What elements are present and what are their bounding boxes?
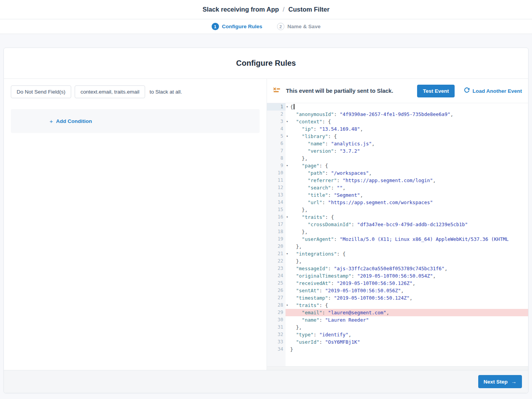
editor-line[interactable]: 8 }, [267, 155, 528, 162]
editor-line[interactable]: 32 "type": "identify", [267, 331, 528, 338]
editor-line[interactable]: 24 "originalTimestamp": "2019-05-10T00:5… [267, 272, 528, 280]
editor-line[interactable]: 7 "version": "3.7.2" [267, 147, 528, 155]
editor-line-content[interactable]: "name": "Lauren Reeder" [286, 316, 528, 324]
editor-line-content[interactable]: }, [286, 155, 528, 162]
editor-line-content[interactable]: "traits": { [286, 302, 528, 309]
editor-line-content[interactable]: }, [286, 206, 528, 213]
editor-line[interactable]: 34} [267, 346, 528, 353]
editor-line[interactable]: 16▾ "traits": { [267, 213, 528, 221]
editor-line[interactable]: 25 "receivedAt": "2019-05-10T00:56:50.12… [267, 280, 528, 287]
line-number: 6 [267, 140, 286, 147]
editor-line-content[interactable]: "receivedAt": "2019-05-10T00:56:50.126Z"… [286, 280, 528, 287]
editor-line-content[interactable]: "type": "identify", [286, 331, 528, 338]
editor-line-content[interactable]: "integrations": { [286, 250, 528, 257]
editor-line-content[interactable]: "path": "/workspaces", [286, 169, 528, 177]
editor-line[interactable]: 5▾ "library": { [267, 133, 528, 140]
horizontal-scrollbar[interactable] [267, 366, 528, 370]
editor-line-content[interactable]: "name": "analytics.js", [286, 140, 528, 147]
add-condition-button[interactable]: + Add Condition [50, 118, 92, 124]
editor-line-content[interactable]: "userAgent": "Mozilla/5.0 (X11; Linux x8… [286, 235, 528, 243]
editor-line-content[interactable]: "originalTimestamp": "2019-05-10T00:56:5… [286, 272, 528, 280]
editor-line[interactable]: 11 "referrer": "https://app.segment.com/… [267, 177, 528, 184]
editor-empty-area[interactable] [267, 353, 528, 366]
editor-line-content[interactable]: "crossDomainId": "df3a47ee-bcc9-479d-add… [286, 221, 528, 228]
editor-line-content[interactable]: "title": "Segment", [286, 191, 528, 199]
editor-line[interactable]: 13 "title": "Segment", [267, 191, 528, 199]
rule-fields-selector[interactable]: context.email, traits.email [75, 85, 145, 98]
editor-line[interactable]: 31 }, [267, 324, 528, 331]
editor-line-content[interactable]: "url": "https://app.segment.com/workspac… [286, 199, 528, 206]
step-2-label: Name & Save [287, 24, 321, 29]
step-name-and-save[interactable]: 2 Name & Save [277, 23, 321, 30]
load-another-event-label: Load Another Event [472, 88, 522, 94]
editor-line-content[interactable]: }, [286, 257, 528, 265]
editor-line[interactable]: 29 "email": "lauren@segment.com", [267, 309, 528, 316]
editor-line[interactable]: 20 }, [267, 243, 528, 250]
editor-line-content[interactable]: "referrer": "https://app.segment.com/log… [286, 177, 528, 184]
line-number: 34 [267, 346, 286, 353]
editor-line-content[interactable]: "context": { [286, 118, 528, 125]
editor-line-content[interactable]: "timestamp": "2019-05-10T00:56:50.124Z", [286, 294, 528, 302]
editor-line[interactable]: 17 "crossDomainId": "df3a47ee-bcc9-479d-… [267, 221, 528, 228]
editor-line-content[interactable]: } [286, 346, 528, 353]
editor-line-content[interactable]: "traits": { [286, 213, 528, 221]
editor-line[interactable]: 27 "timestamp": "2019-05-10T00:56:50.124… [267, 294, 528, 302]
filtered-field-line[interactable]: "email": "lauren@segment.com", [286, 309, 528, 316]
editor-line-content[interactable]: "page": { [286, 162, 528, 169]
fold-arrow-icon[interactable]: ▾ [286, 250, 288, 257]
load-another-event-button[interactable]: Load Another Event [464, 87, 522, 94]
editor-line-content[interactable]: { [286, 103, 528, 111]
editor-line[interactable]: 19 "userAgent": "Mozilla/5.0 (X11; Linux… [267, 235, 528, 243]
rule-row: Do Not Send Field(s) context.email, trai… [11, 85, 260, 98]
text-cursor [294, 104, 294, 109]
line-number: 2 [267, 111, 286, 118]
line-number: 14 [267, 199, 286, 206]
line-number: 17 [267, 221, 286, 228]
editor-line-content[interactable]: }, [286, 243, 528, 250]
editor-line[interactable]: 22 }, [267, 257, 528, 265]
line-number: 15 [267, 206, 286, 213]
fold-arrow-icon[interactable]: ▾ [286, 118, 288, 125]
fold-arrow-icon[interactable]: ▾ [286, 213, 288, 221]
editor-line[interactable]: 33 "userId": "OsY6MFBj1K" [267, 338, 528, 346]
card-footer: Next Step → [4, 370, 528, 393]
editor-line-content[interactable]: "sentAt": "2019-05-10T00:56:50.056Z", [286, 287, 528, 294]
editor-line[interactable]: 3▾ "context": { [267, 118, 528, 125]
line-number: 30 [267, 316, 286, 324]
next-step-button[interactable]: Next Step → [478, 375, 522, 388]
editor-line-content[interactable]: "ip": "13.54.169.48", [286, 125, 528, 133]
editor-line[interactable]: 4 "ip": "13.54.169.48", [267, 125, 528, 133]
editor-line[interactable]: 28▾ "traits": { [267, 302, 528, 309]
editor-line[interactable]: 9▾ "page": { [267, 162, 528, 169]
fold-arrow-icon[interactable]: ▾ [286, 302, 288, 309]
editor-line-content[interactable]: "anonymousId": "4f9390ae-2657-4fe1-9d95-… [286, 111, 528, 118]
rule-action-selector[interactable]: Do Not Send Field(s) [11, 85, 71, 98]
editor-line[interactable]: 2 "anonymousId": "4f9390ae-2657-4fe1-9d9… [267, 111, 528, 118]
editor-line[interactable]: 10 "path": "/workspaces", [267, 169, 528, 177]
editor-line[interactable]: 18 }, [267, 228, 528, 235]
test-event-button[interactable]: Test Event [417, 85, 455, 97]
editor-line[interactable]: 26 "sentAt": "2019-05-10T00:56:50.056Z", [267, 287, 528, 294]
editor-line-content[interactable]: }, [286, 324, 528, 331]
editor-line[interactable]: 30 "name": "Lauren Reeder" [267, 316, 528, 324]
editor-line[interactable]: 6 "name": "analytics.js", [267, 140, 528, 147]
editor-line[interactable]: 1▾{ [267, 103, 528, 111]
editor-line[interactable]: 15 }, [267, 206, 528, 213]
editor-line-content[interactable]: "library": { [286, 133, 528, 140]
fold-arrow-icon[interactable]: ▾ [286, 103, 288, 111]
line-number: 32 [267, 331, 286, 338]
fold-arrow-icon[interactable]: ▾ [286, 162, 288, 169]
editor-line[interactable]: 14 "url": "https://app.segment.com/works… [267, 199, 528, 206]
editor-line-content[interactable]: "messageId": "ajs-33ffc2ac0a550e8f053789… [286, 265, 528, 272]
editor-line-content[interactable]: }, [286, 228, 528, 235]
json-event-editor[interactable]: 1▾{2 "anonymousId": "4f9390ae-2657-4fe1-… [267, 103, 528, 370]
step-configure-rules[interactable]: 1 Configure Rules [212, 23, 262, 30]
editor-line[interactable]: 21▾ "integrations": { [267, 250, 528, 257]
editor-line[interactable]: 23 "messageId": "ajs-33ffc2ac0a550e8f053… [267, 265, 528, 272]
fold-arrow-icon[interactable]: ▾ [286, 133, 288, 140]
breadcrumb-primary[interactable]: Slack receiving from App [202, 6, 279, 13]
editor-line-content[interactable]: "search": "", [286, 184, 528, 191]
editor-line-content[interactable]: "userId": "OsY6MFBj1K" [286, 338, 528, 346]
editor-line-content[interactable]: "version": "3.7.2" [286, 147, 528, 155]
editor-line[interactable]: 12 "search": "", [267, 184, 528, 191]
